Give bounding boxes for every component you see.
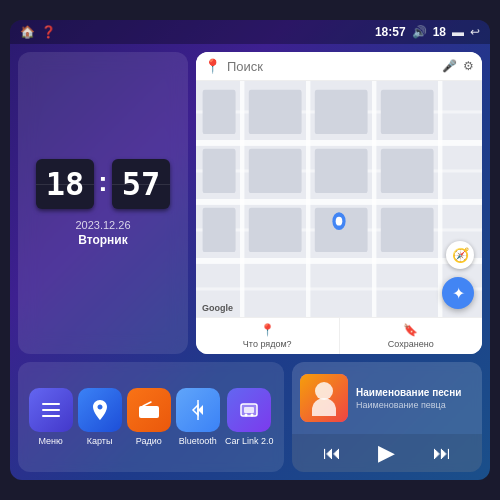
svg-rect-8	[240, 81, 244, 317]
svg-rect-28	[42, 415, 60, 417]
nearby-label: Что рядом?	[243, 339, 292, 349]
svg-rect-27	[42, 409, 60, 411]
music-controls: ⏮ ▶ ⏭	[292, 434, 482, 472]
app-grid: Меню Карты	[18, 362, 284, 472]
svg-point-25	[336, 217, 343, 226]
map-widget: 📍 🎤 ⚙	[196, 52, 482, 354]
clock-colon: :	[98, 166, 107, 198]
music-title: Наименование песни	[356, 387, 474, 398]
navigation-button[interactable]: ✦	[442, 277, 474, 309]
clock-date: 2023.12.26	[75, 219, 130, 231]
app-item-menu[interactable]: Меню	[29, 388, 73, 446]
bluetooth-app-icon	[176, 388, 220, 432]
music-text-info: Наименование песни Наименование певца	[356, 387, 474, 410]
music-play-button[interactable]: ▶	[378, 440, 395, 466]
svg-point-36	[251, 414, 254, 417]
app-item-bluetooth[interactable]: Bluetooth	[176, 388, 220, 446]
status-bar: 🏠 ❓ 18:57 🔊 18 ▬ ↩	[10, 20, 490, 44]
svg-rect-26	[42, 403, 60, 405]
svg-rect-18	[315, 149, 368, 193]
map-search-input[interactable]	[227, 59, 436, 74]
music-info-area: Наименование песни Наименование певца	[292, 362, 482, 434]
mic-icon[interactable]: 🎤	[442, 59, 457, 73]
main-content: 18 : 57 2023.12.26 Вторник 📍 🎤 ⚙	[10, 44, 490, 480]
svg-rect-34	[244, 407, 254, 413]
svg-rect-20	[203, 208, 236, 252]
battery-level: 18	[433, 25, 446, 39]
carlink-app-icon	[227, 388, 271, 432]
flip-clock: 18 : 57	[36, 159, 170, 209]
radio-app-icon	[127, 388, 171, 432]
map-search-bar[interactable]: 📍 🎤 ⚙	[196, 52, 482, 81]
top-row: 18 : 57 2023.12.26 Вторник 📍 🎤 ⚙	[18, 52, 482, 354]
maps-app-label: Карты	[87, 436, 113, 446]
music-artist: Наименование певца	[356, 400, 474, 410]
svg-rect-23	[381, 208, 434, 252]
maps-app-icon	[78, 388, 122, 432]
person-body	[312, 398, 336, 416]
svg-rect-21	[249, 208, 302, 252]
saved-icon: 🔖	[403, 323, 418, 337]
clock-minutes: 57	[112, 159, 171, 209]
svg-rect-13	[249, 90, 302, 134]
svg-rect-12	[203, 90, 236, 134]
settings-icon[interactable]: ⚙	[463, 59, 474, 73]
saved-label: Сохранено	[388, 339, 434, 349]
svg-rect-15	[381, 90, 434, 134]
map-svg	[196, 81, 482, 317]
volume-icon: 🔊	[412, 25, 427, 39]
map-saved-button[interactable]: 🔖 Сохранено	[340, 318, 483, 354]
app-item-radio[interactable]: Радио	[127, 388, 171, 446]
map-area[interactable]: 🧭 ✦ Google	[196, 81, 482, 317]
clock-hours: 18	[36, 159, 95, 209]
app-item-carlink[interactable]: Car Link 2.0	[225, 388, 274, 446]
google-logo: Google	[202, 303, 233, 313]
map-bottom-bar: 📍 Что рядом? 🔖 Сохранено	[196, 317, 482, 354]
music-album-art	[300, 374, 348, 422]
app-item-maps[interactable]: Карты	[78, 388, 122, 446]
svg-rect-10	[372, 81, 376, 317]
music-next-button[interactable]: ⏭	[433, 443, 451, 464]
bottom-row: Меню Карты	[18, 362, 482, 472]
back-icon[interactable]: ↩	[470, 25, 480, 39]
nav-arrow-icon: ✦	[452, 284, 465, 303]
question-icon[interactable]: ❓	[41, 25, 56, 39]
svg-point-31	[152, 411, 154, 413]
map-nearby-button[interactable]: 📍 Что рядом?	[196, 318, 340, 354]
clock-widget: 18 : 57 2023.12.26 Вторник	[18, 52, 188, 354]
map-pin-icon: 📍	[204, 58, 221, 74]
status-time: 18:57	[375, 25, 406, 39]
home-icon[interactable]: 🏠	[20, 25, 35, 39]
album-silhouette	[300, 374, 348, 422]
menu-app-label: Меню	[38, 436, 62, 446]
svg-rect-32	[142, 410, 149, 414]
music-player: Наименование песни Наименование певца ⏮ …	[292, 362, 482, 472]
music-prev-button[interactable]: ⏮	[323, 443, 341, 464]
svg-rect-16	[203, 149, 236, 193]
svg-rect-19	[381, 149, 434, 193]
screen-icon: ▬	[452, 25, 464, 39]
nearby-icon: 📍	[260, 323, 275, 337]
device-frame: 🏠 ❓ 18:57 🔊 18 ▬ ↩ 18 : 57 2023.12.26 Вт…	[10, 20, 490, 480]
svg-rect-17	[249, 149, 302, 193]
menu-app-icon	[29, 388, 73, 432]
clock-day: Вторник	[78, 233, 128, 247]
carlink-app-label: Car Link 2.0	[225, 436, 274, 446]
svg-point-35	[245, 414, 248, 417]
radio-app-label: Радио	[136, 436, 162, 446]
svg-rect-14	[315, 90, 368, 134]
status-bar-left: 🏠 ❓	[20, 25, 56, 39]
bluetooth-app-label: Bluetooth	[179, 436, 217, 446]
compass-button[interactable]: 🧭	[446, 241, 474, 269]
svg-rect-11	[438, 81, 442, 317]
svg-rect-9	[306, 81, 310, 317]
